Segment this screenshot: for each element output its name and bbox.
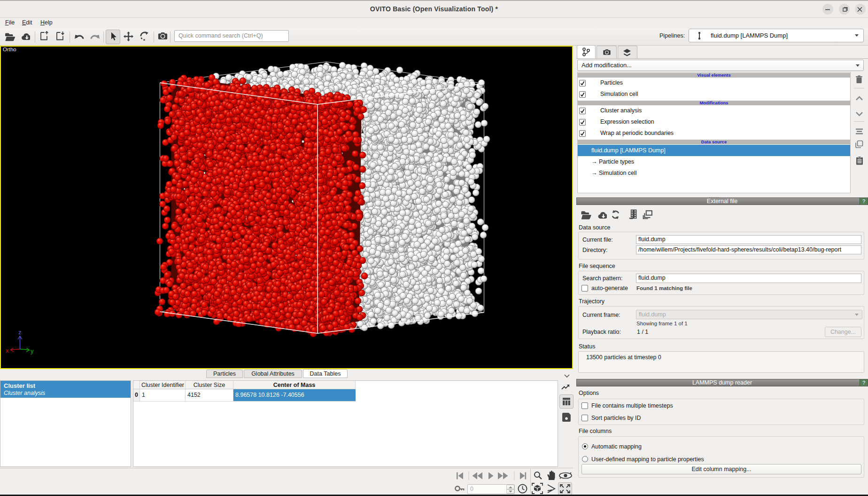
svg-text:x: x <box>6 347 9 354</box>
svg-text:z: z <box>18 329 22 336</box>
svg-text:y: y <box>31 347 34 354</box>
